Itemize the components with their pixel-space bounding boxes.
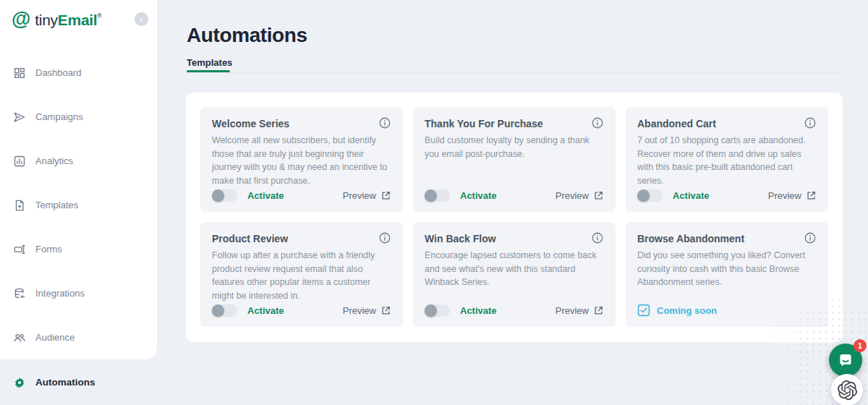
activate-link[interactable]: Activate <box>673 190 710 201</box>
automation-card-win-back-flow: Win Back Flow Encourage lapsed customers… <box>413 222 616 327</box>
registered-mark: ® <box>97 12 101 20</box>
activate-link[interactable]: Activate <box>247 190 284 201</box>
info-icon[interactable] <box>378 231 391 244</box>
sidebar-menu: Dashboard Campaigns Analytics Templates … <box>0 51 157 359</box>
tabs-divider <box>187 72 843 73</box>
card-title: Thank You For Purchase <box>425 116 543 129</box>
openai-logo-icon <box>838 380 857 400</box>
card-title: Browse Abandonment <box>637 231 744 244</box>
sidebar-item-automations-active[interactable]: Automations <box>0 359 157 405</box>
page-title: Automations <box>187 24 307 47</box>
card-description: Follow up after a purchase with a friend… <box>212 249 391 302</box>
templates-panel: Welcome Series Welcome all new subscribe… <box>186 93 843 342</box>
file-plus-icon <box>13 199 26 212</box>
preview-link[interactable]: Preview <box>556 190 604 201</box>
sidebar-item-dashboard[interactable]: Dashboard <box>0 51 157 95</box>
sidebar-item-label: Audience <box>35 332 75 343</box>
external-link-icon <box>380 190 391 201</box>
activate-link[interactable]: Activate <box>460 305 497 316</box>
sidebar-item-label: Templates <box>35 200 78 210</box>
sidebar-item-campaigns[interactable]: Campaigns <box>0 95 157 139</box>
sidebar-item-integrations[interactable]: Integrations <box>0 271 157 315</box>
preview-link[interactable]: Preview <box>343 190 391 201</box>
send-icon <box>13 111 26 124</box>
chat-bubble-icon <box>836 351 855 370</box>
automation-card-product-review: Product Review Follow up after a purchas… <box>200 222 403 327</box>
gear-icon <box>13 376 26 389</box>
brand-logo[interactable]: @ tinyEmail® <box>12 9 102 29</box>
card-title: Abandoned Cart <box>637 116 716 129</box>
checkbox-checked-icon <box>637 304 650 317</box>
sidebar-collapse-button[interactable]: ‹ <box>135 12 148 26</box>
info-icon[interactable] <box>378 116 391 129</box>
sidebar-item-label: Campaigns <box>35 111 83 122</box>
automation-card-welcome-series: Welcome Series Welcome all new subscribe… <box>200 107 403 212</box>
activate-link[interactable]: Activate <box>247 305 284 316</box>
coming-soon-label: Coming soon <box>657 305 717 316</box>
sidebar-item-forms[interactable]: Forms <box>0 227 157 271</box>
external-link-icon <box>593 190 604 201</box>
external-link-icon <box>380 305 391 316</box>
card-description: Build customer loyalty by sending a than… <box>425 134 604 161</box>
activate-link[interactable]: Activate <box>460 190 497 201</box>
info-icon[interactable] <box>804 231 817 244</box>
preview-link[interactable]: Preview <box>556 305 604 316</box>
sidebar-item-label: Dashboard <box>35 67 82 78</box>
automation-card-abandoned-cart: Abandoned Cart 7 out of 10 shopping cart… <box>626 107 828 212</box>
sidebar-item-audience[interactable]: Audience <box>0 315 157 359</box>
tab-templates[interactable]: Templates <box>187 57 232 68</box>
automation-card-thank-you: Thank You For Purchase Build customer lo… <box>413 107 616 212</box>
bar-chart-icon <box>13 155 26 168</box>
card-description: Welcome all new subscribers, but identif… <box>212 134 391 187</box>
preview-link[interactable]: Preview <box>343 305 391 316</box>
card-description: Did you see something you liked? Convert… <box>637 249 817 289</box>
info-icon[interactable] <box>591 116 604 129</box>
info-icon[interactable] <box>591 231 604 244</box>
card-title: Welcome Series <box>212 116 289 129</box>
activate-toggle[interactable] <box>637 189 663 202</box>
people-icon <box>13 331 26 344</box>
preview-link[interactable]: Preview <box>768 190 817 201</box>
sidebar-item-label: Analytics <box>35 155 73 166</box>
notification-badge: 1 <box>854 339 867 352</box>
activate-toggle[interactable] <box>212 304 237 317</box>
sidebar-item-analytics[interactable]: Analytics <box>0 139 157 183</box>
info-icon[interactable] <box>804 116 817 129</box>
openai-widget-button[interactable] <box>831 374 863 405</box>
activate-toggle[interactable] <box>212 189 237 202</box>
coming-soon-badge: Coming soon <box>637 304 717 317</box>
sidebar-item-label: Automations <box>35 377 95 388</box>
sidebar: @ tinyEmail® ‹ Dashboard Campaigns Analy… <box>0 0 157 359</box>
activate-toggle[interactable] <box>425 304 450 317</box>
active-tab-underline <box>187 70 230 72</box>
database-icon <box>13 287 26 300</box>
sidebar-item-label: Forms <box>35 244 62 255</box>
card-title: Product Review <box>212 231 288 244</box>
sidebar-item-templates[interactable]: Templates <box>0 183 157 227</box>
at-sign-icon: @ <box>12 9 30 29</box>
dashboard-grid-icon <box>13 67 26 80</box>
brand-name: tinyEmail® <box>35 12 101 29</box>
card-description: 7 out of 10 shopping carts are abandoned… <box>637 134 817 187</box>
form-field-icon <box>13 243 26 256</box>
external-link-icon <box>806 190 817 201</box>
activate-toggle[interactable] <box>425 189 450 202</box>
sidebar-item-label: Integrations <box>35 288 85 299</box>
external-link-icon <box>593 305 604 316</box>
card-title: Win Back Flow <box>425 231 496 244</box>
card-description: Encourage lapsed customers to come back … <box>425 249 604 289</box>
